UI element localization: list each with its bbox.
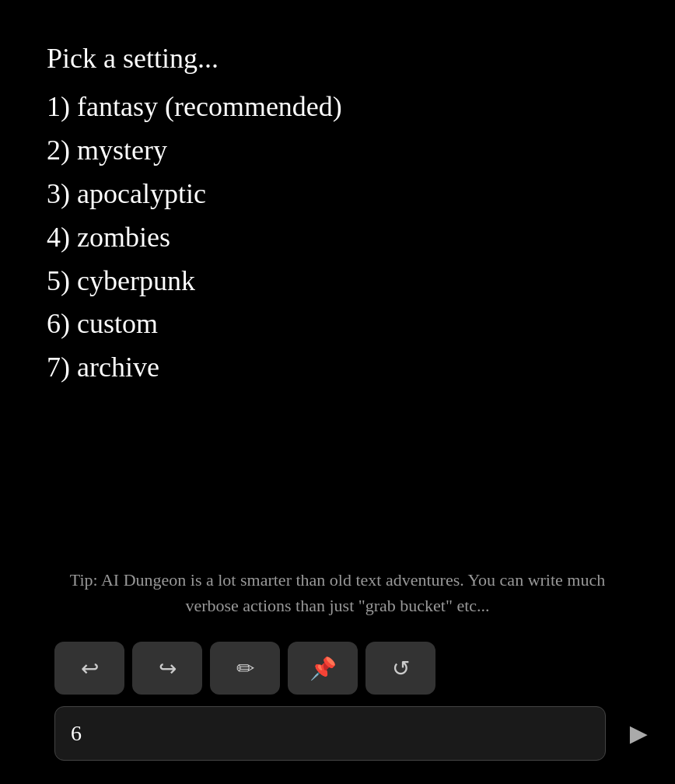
- send-icon: ►: [624, 717, 653, 751]
- input-row: ►: [0, 706, 675, 784]
- menu-item-5[interactable]: 5) cyberpunk: [47, 260, 628, 303]
- toolbar-retry-button[interactable]: ↺: [365, 642, 435, 695]
- toolbar-redo-button[interactable]: ↪: [132, 642, 202, 695]
- menu-item-6[interactable]: 6) custom: [47, 303, 628, 346]
- menu-item-2[interactable]: 2) mystery: [47, 129, 628, 173]
- menu-list: 1) fantasy (recommended)2) mystery3) apo…: [47, 86, 628, 390]
- tip-text: Tip: AI Dungeon is a lot smarter than ol…: [47, 567, 628, 618]
- main-content: Pick a setting... 1) fantasy (recommende…: [0, 0, 675, 544]
- menu-item-1[interactable]: 1) fantasy (recommended): [47, 86, 628, 129]
- toolbar-undo-button[interactable]: ↩: [54, 642, 124, 695]
- tip-section: Tip: AI Dungeon is a lot smarter than ol…: [0, 544, 675, 634]
- send-button[interactable]: ►: [617, 711, 659, 757]
- toolbar-edit-button[interactable]: ✏: [210, 642, 280, 695]
- toolbar-pin-button[interactable]: 📌: [288, 642, 358, 695]
- toolbar: ↩↪✏📌↺: [0, 634, 675, 706]
- menu-item-7[interactable]: 7) archive: [47, 346, 628, 390]
- menu-item-3[interactable]: 3) apocalyptic: [47, 173, 628, 216]
- action-input[interactable]: [54, 706, 606, 761]
- prompt-heading: Pick a setting...: [47, 39, 628, 78]
- menu-item-4[interactable]: 4) zombies: [47, 216, 628, 260]
